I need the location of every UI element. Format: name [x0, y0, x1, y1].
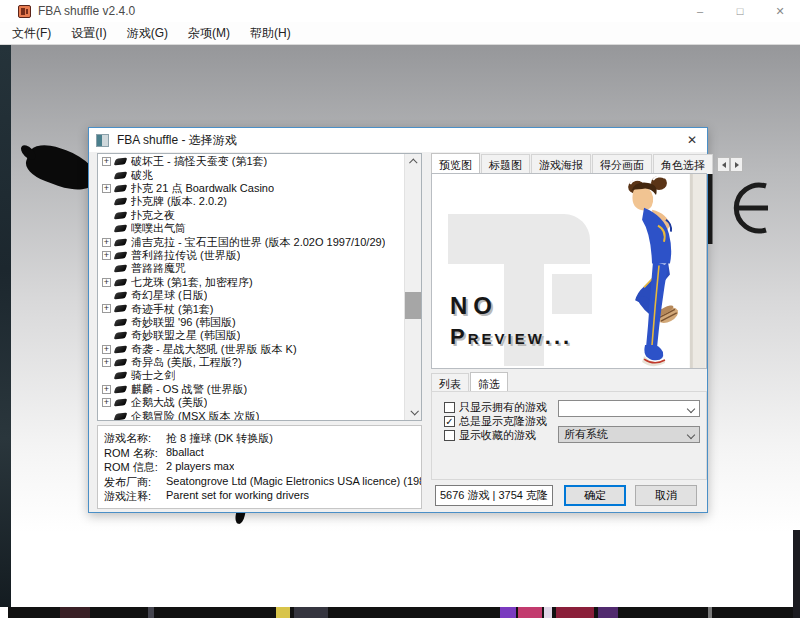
tab-preview-2[interactable]: 游戏海报: [531, 154, 591, 174]
search-combo[interactable]: [558, 400, 700, 417]
info-row: 游戏名称:抢 8 撞球 (DK 转换版): [104, 431, 421, 446]
cartridge-icon: [114, 399, 128, 407]
dialog-icon: [96, 134, 109, 147]
game-list-scrollbar[interactable]: [404, 154, 421, 420]
expand-icon[interactable]: +: [102, 385, 111, 394]
list-item[interactable]: +扑克 21 点 Boardwalk Casino: [98, 182, 404, 195]
list-item[interactable]: +奇迹手杖 (第1套): [98, 302, 404, 315]
list-item[interactable]: 骑士之剑: [98, 369, 404, 382]
background-left-strip: [0, 45, 11, 607]
list-item[interactable]: 破兆: [98, 168, 404, 181]
tab-scroll-buttons: [717, 154, 743, 174]
background-bottom-strip: [8, 607, 800, 618]
tab-preview-4[interactable]: 角色选择: [653, 154, 713, 174]
cartridge-icon: [114, 184, 128, 192]
maximize-button[interactable]: □: [720, 0, 760, 22]
no-preview-text: NO Preview...: [450, 292, 572, 350]
checkbox-icon[interactable]: [444, 430, 455, 441]
scroll-up-icon[interactable]: [405, 154, 422, 170]
cartridge-icon: [114, 345, 128, 353]
tab-preview-3[interactable]: 得分画面: [592, 154, 652, 174]
list-item[interactable]: 奇妙联盟之星 (韩国版): [98, 329, 404, 342]
tab-scroll-left-icon[interactable]: [717, 157, 730, 172]
menu-bar: 文件(F)设置(I)游戏(G)杂项(M)帮助(H): [0, 22, 800, 45]
cartridge-icon: [114, 305, 128, 313]
list-item[interactable]: +麒麟 - OS 战警 (世界版): [98, 383, 404, 396]
tab-preview-0[interactable]: 预览图: [431, 153, 480, 173]
scrollbar-thumb[interactable]: [405, 292, 422, 319]
ok-button[interactable]: 确定: [564, 485, 626, 506]
list-item[interactable]: 奇妙联盟 '96 (韩国版): [98, 316, 404, 329]
expand-icon[interactable]: +: [102, 304, 111, 313]
menu-item[interactable]: 帮助(H): [242, 25, 299, 42]
expand-icon[interactable]: +: [102, 251, 111, 260]
list-item[interactable]: 扑克牌 (版本. 2.0.2): [98, 195, 404, 208]
dialog-close-button[interactable]: ✕: [677, 128, 707, 152]
info-row: 发布厂商:Seatongrove Ltd (Magic Eletronics U…: [104, 475, 421, 490]
list-item[interactable]: +破坏王 - 搞怪天蚕变 (第1套): [98, 155, 404, 168]
info-value: Parent set for working drivers: [166, 489, 309, 504]
cartridge-icon: [114, 358, 128, 366]
info-value: 抢 8 撞球 (DK 转换版): [166, 431, 273, 446]
info-label: 游戏注释:: [104, 489, 166, 504]
info-label: ROM 信息:: [104, 460, 166, 475]
list-item[interactable]: 扑克之夜: [98, 209, 404, 222]
expand-icon[interactable]: +: [102, 345, 111, 354]
system-combo[interactable]: 所有系统: [558, 426, 700, 443]
checkbox-icon[interactable]: ✓: [444, 416, 455, 427]
menu-item[interactable]: 文件(F): [4, 25, 59, 42]
checkbox-icon[interactable]: [444, 402, 455, 413]
menu-item[interactable]: 游戏(G): [119, 25, 176, 42]
expand-icon[interactable]: +: [102, 238, 111, 247]
checkbox-label: 显示收藏的游戏: [459, 428, 536, 443]
cartridge-icon: [114, 265, 128, 273]
window-title: FBA shuffle v2.4.0: [38, 4, 135, 18]
cancel-button[interactable]: 取消: [635, 485, 697, 506]
info-value: Seatongrove Ltd (Magic Eletronics USA li…: [166, 475, 421, 490]
expand-icon[interactable]: +: [102, 278, 111, 287]
expand-icon[interactable]: +: [102, 398, 111, 407]
menu-item[interactable]: 杂项(M): [180, 25, 238, 42]
game-info-panel: 游戏名称:抢 8 撞球 (DK 转换版)ROM 名称:8ballactROM 信…: [97, 425, 422, 509]
list-item[interactable]: +企鹅大战 (美版): [98, 396, 404, 409]
cartridge-icon: [114, 385, 128, 393]
filter-tab-bar: 列表筛选: [431, 373, 707, 392]
list-item[interactable]: 奇幻星球 (日版): [98, 289, 404, 302]
tab-filter-1[interactable]: 筛选: [470, 372, 508, 391]
list-item[interactable]: 普路路魔咒: [98, 262, 404, 275]
window-titlebar: FBA shuffle v2.4.0 – □ ✕: [0, 0, 800, 22]
background-right-strip: [793, 530, 800, 618]
list-item[interactable]: +奇袭 - 星战大怒吼 (世界版 版本 K): [98, 342, 404, 355]
game-count-status: 5676 游戏 | 3754 克隆: [435, 485, 553, 506]
info-value: 2 players max: [166, 460, 234, 475]
minimize-button[interactable]: –: [680, 0, 720, 22]
cartridge-icon: [114, 332, 128, 340]
list-item[interactable]: +浦吉克拉 - 宝石王国的世界 (版本 2.02O 1997/10/29): [98, 235, 404, 248]
cartridge-icon: [114, 198, 128, 206]
info-value: 8ballact: [166, 446, 204, 461]
tab-preview-1[interactable]: 标题图: [481, 154, 530, 174]
expand-icon[interactable]: +: [102, 157, 111, 166]
tab-filter-0[interactable]: 列表: [431, 373, 469, 392]
fba-app-icon: [18, 5, 31, 18]
list-item[interactable]: +七龙珠 (第1套, 加密程序): [98, 276, 404, 289]
info-row: ROM 名称:8ballact: [104, 446, 421, 461]
expand-icon[interactable]: +: [102, 184, 111, 193]
info-row: 游戏注释:Parent set for working drivers: [104, 489, 421, 504]
expand-icon[interactable]: +: [102, 358, 111, 367]
dialog-title: FBA shuffle - 选择游戏: [117, 132, 237, 149]
list-item[interactable]: 噗噗出气筒: [98, 222, 404, 235]
close-button[interactable]: ✕: [760, 0, 800, 22]
menu-item[interactable]: 设置(I): [63, 25, 114, 42]
game-select-dialog: FBA shuffle - 选择游戏 ✕ +破坏王 - 搞怪天蚕变 (第1套)破…: [88, 127, 708, 513]
list-item[interactable]: +普利路拉传说 (世界版): [98, 249, 404, 262]
chevron-down-icon: [687, 431, 695, 439]
preview-tab-bar: 预览图标题图游戏海报得分画面角色选择: [431, 154, 707, 174]
cartridge-icon: [114, 251, 128, 259]
scroll-down-icon[interactable]: [405, 404, 422, 420]
list-item[interactable]: 企鹅冒险 (MSX 版本 次版): [98, 409, 404, 421]
list-item[interactable]: +奇异岛 (美版, 工程版?): [98, 356, 404, 369]
tab-scroll-right-icon[interactable]: [730, 157, 743, 172]
game-list[interactable]: +破坏王 - 搞怪天蚕变 (第1套)破兆+扑克 21 点 Boardwalk C…: [97, 153, 422, 421]
cartridge-icon: [114, 278, 128, 286]
